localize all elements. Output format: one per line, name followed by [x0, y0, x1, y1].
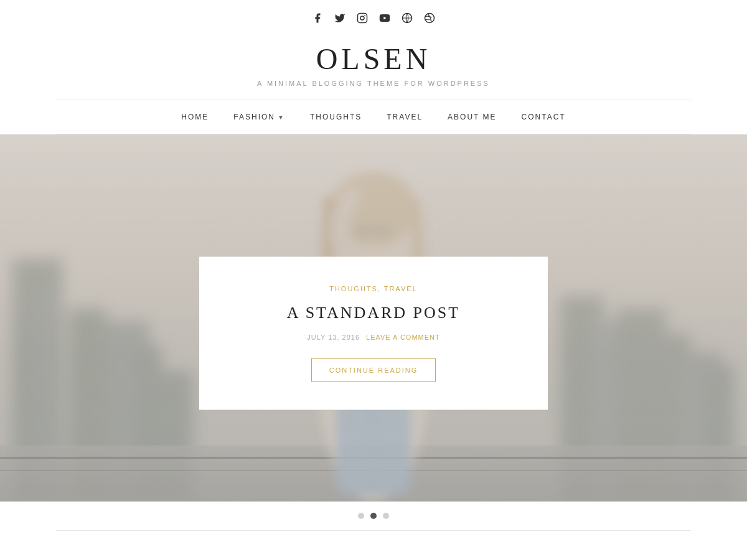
- nav-contact[interactable]: CONTACT: [522, 113, 566, 121]
- fashion-dropdown-arrow: ▼: [278, 114, 285, 121]
- svg-rect-26: [354, 225, 372, 236]
- site-tagline: A MINIMAL BLOGGING THEME FOR WORDPRESS: [0, 80, 747, 87]
- instagram-icon[interactable]: [357, 12, 368, 26]
- nav-fashion-label: FASHION: [233, 113, 275, 121]
- wordpress-icon[interactable]: [402, 12, 413, 26]
- continue-reading-button[interactable]: CONTINUE READING: [311, 358, 436, 382]
- carousel-dots: [0, 502, 747, 530]
- leave-comment-link[interactable]: LEAVE A COMMENT: [366, 334, 440, 341]
- nav-contact-label: CONTACT: [522, 113, 566, 121]
- youtube-icon[interactable]: [379, 12, 390, 26]
- hero-section: THOUGHTS, TRAVEL A STANDARD POST JULY 13…: [0, 134, 747, 502]
- nav-about-me[interactable]: ABOUT ME: [448, 113, 496, 121]
- main-navigation: HOME FASHION ▼ THOUGHTS TRAVEL ABOUT ME …: [0, 100, 747, 134]
- social-bar: [0, 0, 747, 35]
- logo-area: OLSEN A MINIMAL BLOGGING THEME FOR WORDP…: [0, 35, 747, 100]
- carousel-dot-3[interactable]: [383, 513, 389, 519]
- site-title[interactable]: OLSEN: [0, 42, 747, 76]
- svg-point-5: [425, 14, 435, 23]
- post-title: A STANDARD POST: [230, 304, 517, 322]
- carousel-dot-2[interactable]: [370, 513, 377, 519]
- nav-thoughts[interactable]: THOUGHTS: [310, 113, 362, 121]
- facebook-icon[interactable]: [312, 12, 323, 26]
- nav-home-label: HOME: [181, 113, 209, 121]
- post-date: JULY 13, 2016: [307, 334, 360, 341]
- post-categories: THOUGHTS, TRAVEL: [230, 285, 517, 292]
- twitter-icon[interactable]: [334, 12, 345, 26]
- svg-rect-27: [374, 225, 392, 236]
- nav-home[interactable]: HOME: [181, 113, 209, 121]
- svg-rect-0: [358, 14, 367, 23]
- svg-point-1: [360, 16, 364, 20]
- nav-travel-label: TRAVEL: [387, 113, 423, 121]
- nav-travel[interactable]: TRAVEL: [387, 113, 423, 121]
- dribbble-icon[interactable]: [424, 12, 435, 26]
- svg-point-2: [364, 15, 365, 16]
- nav-fashion[interactable]: FASHION ▼: [233, 113, 285, 121]
- post-meta: JULY 13, 2016 LEAVE A COMMENT: [230, 334, 517, 341]
- carousel-dot-1[interactable]: [358, 513, 364, 519]
- nav-about-me-label: ABOUT ME: [448, 113, 496, 121]
- nav-thoughts-label: THOUGHTS: [310, 113, 362, 121]
- bottom-divider: [56, 530, 691, 531]
- post-card: THOUGHTS, TRAVEL A STANDARD POST JULY 13…: [199, 257, 548, 410]
